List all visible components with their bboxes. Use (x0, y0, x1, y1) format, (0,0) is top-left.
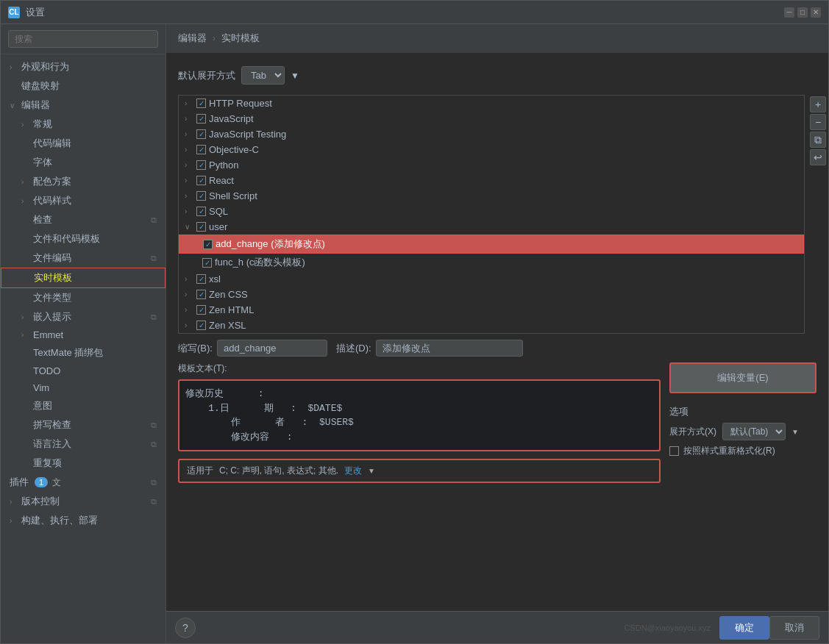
checkbox-zenhtml[interactable] (196, 305, 206, 315)
copy-icon: ⧉ (151, 421, 157, 430)
sidebar-item-code-style[interactable]: › 代码样式 (1, 191, 166, 210)
template-label: 模板文本(T): (178, 362, 661, 375)
child-add-change[interactable]: add_change (添加修改点) (179, 235, 804, 254)
abbr-group: 缩写(B): (178, 340, 327, 357)
search-input[interactable] (8, 30, 158, 48)
sidebar-item-fonts[interactable]: 字体 (1, 153, 166, 172)
sidebar-item-live-template[interactable]: 实时模板 (1, 268, 166, 288)
group-label: user (209, 221, 227, 232)
chevron-right-icon: › (185, 99, 193, 107)
sidebar-item-todo[interactable]: TODO (1, 362, 166, 379)
sidebar-item-emmet[interactable]: › Emmet (1, 326, 166, 343)
checkbox-http[interactable] (196, 99, 206, 108)
sidebar-item-lang-inject[interactable]: 语言注入 ⧉ (1, 434, 166, 454)
group-xsl[interactable]: › xsl (179, 271, 804, 287)
sidebar-item-version[interactable]: › 版本控制 ⧉ (1, 492, 166, 511)
desc-group: 描述(D): (336, 340, 523, 357)
chevron-right-icon: › (185, 275, 193, 283)
expand-select[interactable]: Tab (241, 66, 285, 85)
close-button[interactable]: ✕ (811, 7, 821, 18)
change-link[interactable]: 更改 (344, 465, 362, 477)
chevron-right-icon: › (185, 192, 193, 200)
chevron-right-icon: › (185, 306, 193, 314)
group-shell[interactable]: › Shell Script (179, 188, 804, 204)
remove-template-button[interactable]: − (810, 114, 826, 130)
group-jstest[interactable]: › JavaScript Testing (179, 126, 804, 142)
sidebar-item-inspection[interactable]: 检查 ⧉ (1, 210, 166, 229)
sidebar-item-build[interactable]: › 构建、执行、部署 (1, 511, 166, 530)
minimize-button[interactable]: ─ (784, 7, 794, 18)
group-python[interactable]: › Python (179, 157, 804, 173)
checkbox-sql[interactable] (196, 207, 206, 216)
group-zenxsl[interactable]: › Zen XSL (179, 318, 804, 333)
group-http[interactable]: › HTTP Request (179, 96, 804, 111)
child-func-h[interactable]: func_h (c函数头模板) (179, 254, 804, 271)
edit-vars-button[interactable]: 编辑变量(E) (669, 362, 816, 393)
reformat-checkbox[interactable] (669, 446, 679, 456)
checkbox-add-change[interactable] (203, 240, 213, 249)
confirm-button[interactable]: 确定 (719, 616, 769, 640)
plugin-badge: 1 (35, 477, 48, 487)
desc-input[interactable] (376, 340, 523, 357)
sidebar-item-spell[interactable]: 拼写检查 ⧉ (1, 415, 166, 434)
sidebar-item-label: 重复项 (33, 457, 62, 470)
checkbox-zenxsl[interactable] (196, 321, 206, 330)
group-label-shell: Shell Script (209, 190, 257, 201)
sidebar-item-plugins[interactable]: 插件 1 文 ⧉ (1, 473, 166, 492)
reset-template-button[interactable]: ↩ (810, 149, 826, 165)
sidebar-item-intention[interactable]: 意图 (1, 396, 166, 415)
sidebar-item-vim[interactable]: Vim (1, 379, 166, 396)
group-user[interactable]: ∨ user (179, 219, 804, 235)
checkbox-func-h[interactable] (202, 258, 212, 268)
desc-label: 描述(D): (336, 342, 371, 355)
footer: ? CSDN@xiaoyaoyou.xyz 确定 取消 (166, 611, 828, 643)
sidebar-item-label: 键盘映射 (21, 79, 60, 93)
sidebar-item-keymap[interactable]: 键盘映射 (1, 76, 166, 96)
main-content: › 外观和行为 键盘映射 ∨ 编辑器 › 常规 代码编辑 (1, 24, 828, 643)
checkbox-objc[interactable] (196, 145, 206, 154)
sidebar-item-file-encoding[interactable]: 文件编码 ⧉ (1, 248, 166, 268)
checkbox-js[interactable] (196, 114, 206, 124)
add-template-button[interactable]: + (810, 96, 826, 112)
sidebar-item-textmate[interactable]: TextMate 插绑包 (1, 343, 166, 362)
sidebar-item-duplicates[interactable]: 重复项 (1, 454, 166, 473)
reformat-row: 按照样式重新格式化(R) (669, 445, 816, 457)
sidebar-item-color-scheme[interactable]: › 配色方案 (1, 172, 166, 191)
group-react[interactable]: › React (179, 173, 804, 188)
sidebar-item-inlay-hints[interactable]: › 嵌入提示 ⧉ (1, 307, 166, 326)
expand-option-row: 展开方式(X) 默认(Tab) ▼ (669, 423, 816, 440)
maximize-button[interactable]: □ (797, 7, 808, 18)
group-zencss[interactable]: › Zen CSS (179, 287, 804, 302)
checkbox-python[interactable] (196, 160, 206, 170)
sidebar-item-label: 代码编辑 (33, 137, 71, 150)
checkbox-react[interactable] (196, 176, 206, 185)
checkbox-zencss[interactable] (196, 290, 206, 299)
checkbox-shell[interactable] (196, 191, 206, 201)
sidebar-item-file-template[interactable]: 文件和代码模板 (1, 229, 166, 248)
sidebar-item-editor[interactable]: ∨ 编辑器 (1, 96, 166, 115)
checkbox-user[interactable] (196, 222, 206, 232)
template-text-area[interactable]: 修改历史 : 1.日 期 : $DATE$ 作 者 : $USER$ 修改内容 … (178, 379, 661, 451)
sidebar-item-general[interactable]: › 常规 (1, 115, 166, 134)
group-zenhtml[interactable]: › Zen HTML (179, 302, 804, 318)
checkbox-xsl[interactable] (196, 274, 206, 284)
checkbox-jstest[interactable] (196, 129, 206, 139)
sidebar-item-label: TODO (33, 365, 60, 376)
sidebar-item-code-editing[interactable]: 代码编辑 (1, 134, 166, 153)
sidebar-item-appearance[interactable]: › 外观和行为 (1, 57, 166, 76)
help-button[interactable]: ? (175, 618, 196, 638)
sidebar-item-file-type[interactable]: 文件类型 (1, 288, 166, 307)
chevron-right-icon: › (185, 130, 193, 138)
cancel-button[interactable]: 取消 (769, 616, 819, 640)
expand-option-select[interactable]: 默认(Tab) (722, 423, 786, 440)
breadcrumb-current: 实时模板 (221, 32, 260, 43)
group-label: Zen CSS (209, 289, 248, 300)
copy-icon: ⧉ (151, 254, 157, 263)
abbr-input[interactable] (217, 340, 327, 357)
sidebar-item-label: 文件和代码模板 (33, 232, 100, 246)
group-js[interactable]: › JavaScript (179, 111, 804, 126)
app-icon: CL (8, 7, 20, 18)
copy-template-button[interactable]: ⧉ (810, 132, 826, 148)
group-objc[interactable]: › Objective-C (179, 142, 804, 157)
group-sql[interactable]: › SQL (179, 204, 804, 219)
